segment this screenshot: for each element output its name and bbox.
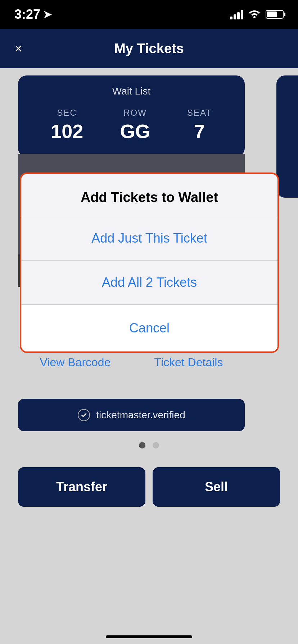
transfer-label: Transfer	[56, 479, 107, 494]
cancel-button[interactable]: Cancel	[21, 305, 277, 351]
status-icons	[230, 8, 284, 21]
status-time: 3:27 ➤	[14, 7, 51, 22]
ticket-waitlist-label: Wait List	[18, 75, 245, 104]
ticket-seat-info: SEC 102 ROW GG SEAT 7	[18, 104, 245, 157]
ticket-details-link[interactable]: Ticket Details	[154, 356, 223, 369]
svg-point-3	[78, 409, 90, 421]
wifi-icon	[248, 8, 261, 21]
transfer-button[interactable]: Transfer	[18, 467, 145, 507]
location-arrow-icon: ➤	[43, 9, 51, 20]
add-all-tickets-option[interactable]: Add All 2 Tickets	[21, 261, 277, 305]
view-barcode-link[interactable]: View Barcode	[40, 356, 111, 369]
ticket-card: Wait List SEC 102 ROW GG SEAT 7	[18, 75, 245, 157]
close-button[interactable]: ×	[14, 41, 22, 56]
seat-value: 7	[187, 120, 212, 142]
battery-fill	[267, 12, 277, 17]
sell-label: Sell	[205, 479, 228, 494]
card-peek-right	[276, 75, 298, 198]
main-content: Wait List SEC 102 ROW GG SEAT 7	[0, 68, 298, 644]
seat-label: SEAT	[187, 108, 212, 118]
row-info: ROW GG	[120, 108, 150, 142]
add-tickets-dialog: Add Tickets to Wallet Add Just This Tick…	[20, 172, 279, 353]
battery-icon	[266, 10, 284, 19]
pagination-dot-1	[139, 442, 145, 448]
pagination-dot-2	[153, 442, 159, 448]
status-bar: 3:27 ➤	[0, 0, 298, 29]
bottom-buttons: Transfer Sell	[0, 467, 298, 507]
dialog-title: Add Tickets to Wallet	[21, 174, 277, 216]
home-indicator	[106, 635, 192, 638]
time-display: 3:27	[14, 7, 40, 22]
pagination-dots	[0, 442, 298, 448]
ticketmaster-verified: ticketmaster.verified	[18, 399, 245, 431]
ticket-actions: View Barcode Ticket Details	[18, 356, 245, 369]
tm-verified-text: ticketmaster.verified	[96, 409, 185, 421]
add-just-this-ticket-option[interactable]: Add Just This Ticket	[21, 216, 277, 261]
row-label: ROW	[120, 108, 150, 118]
page-title: My Tickets	[114, 41, 184, 56]
sell-button[interactable]: Sell	[153, 467, 280, 507]
sec-value: 102	[51, 120, 83, 142]
tm-verified-icon	[77, 409, 90, 422]
row-value: GG	[120, 120, 150, 142]
sec-label: SEC	[51, 108, 83, 118]
seat-info: SEAT 7	[187, 108, 212, 142]
signal-icon	[230, 9, 243, 19]
section-info: SEC 102	[51, 108, 83, 142]
header: × My Tickets	[0, 29, 298, 68]
